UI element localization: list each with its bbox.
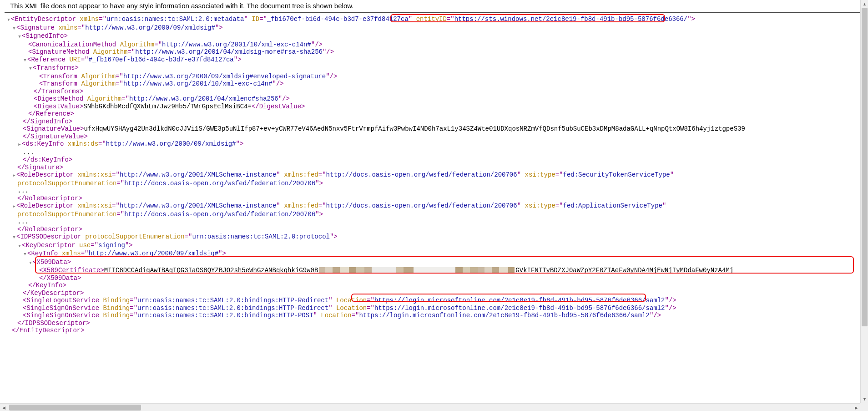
attr-entityid: entityID: [416, 15, 447, 23]
hscroll-thumb[interactable]: [9, 405, 141, 411]
tag-x509cert: <X509Certificate>: [39, 267, 104, 274]
tag-roledesc2-close: </RoleDescriptor>: [17, 226, 82, 233]
tag-dskeyinfo-close: </ds:KeyInfo>: [23, 156, 72, 163]
toggle-roledesc2[interactable]: [12, 202, 16, 211]
tag-idpsso-close: </IDPSSODescriptor>: [17, 320, 90, 327]
tag-transforms-close: </Transforms>: [34, 88, 83, 95]
toggle-roledesc1[interactable]: [12, 171, 16, 180]
toggle-entitydescriptor[interactable]: [6, 15, 11, 24]
tag-sso1: <SingleSignOnService: [23, 304, 99, 312]
tag-entitydescriptor: <EntityDescriptor: [11, 15, 76, 23]
slo-location: https://login.microsoftonline.com/2e1c8e…: [374, 297, 665, 304]
vscroll-thumb[interactable]: [862, 8, 868, 326]
tag-keyinfo: <KeyInfo: [27, 250, 58, 257]
tag-sigvalue-close: </SignatureValue>: [23, 133, 88, 140]
tag-canonmethod: <CanonicalizationMethod: [28, 41, 116, 48]
tag-sigvalue: <SignatureValue>: [23, 125, 84, 132]
toggle-dskeyinfo[interactable]: [17, 140, 22, 149]
scroll-up-icon[interactable]: ▲: [861, 0, 868, 8]
tag-reference-close: </Reference>: [28, 110, 74, 117]
toggle-signature[interactable]: [12, 24, 16, 33]
tag-roledesc2: <RoleDescriptor: [16, 202, 74, 209]
val-id: _fb1670ef-b16d-494c-b3d7-e37fd84127ca: [267, 15, 409, 23]
tag-transform2: <Transform: [39, 80, 77, 87]
tag-sso2: <SingleSignOnService: [23, 312, 99, 319]
notice-text: This XML file does not appear to have an…: [10, 2, 353, 10]
val-entityid: https://sts.windows.net/2e1c8e19-fb8d-49…: [454, 15, 687, 23]
ellipsis: ...: [17, 218, 29, 225]
sigvalue-text: ufxHqwUYSHAyg42Un3dlkdN0cJJVi1S/GWE3p5uN…: [84, 125, 745, 132]
toggle-signedinfo[interactable]: [17, 32, 22, 41]
tag-signedinfo-close: </SignedInfo>: [23, 118, 72, 125]
tag-roledesc1-close: </RoleDescriptor>: [17, 195, 82, 202]
scroll-down-icon[interactable]: ▼: [861, 395, 868, 403]
attr-id: ID: [252, 15, 259, 23]
tag-x509data-close: </X509Data>: [39, 274, 81, 282]
tag-keyinfo-close: </KeyInfo>: [28, 282, 66, 289]
redacted-block-icon: [319, 267, 515, 274]
ellipsis: ...: [17, 187, 29, 194]
toggle-idpsso[interactable]: [12, 233, 16, 242]
scroll-left-icon[interactable]: ◀: [0, 404, 8, 411]
ellipsis: ...: [23, 149, 34, 156]
scroll-right-icon[interactable]: ▶: [853, 404, 860, 411]
digestvalue-text: SNhbGKdhbMcdfQXWbLm7Jwz9Hb5/TWrGpsEclMsi…: [83, 103, 252, 110]
tag-keydesc-close: </KeyDescriptor>: [23, 289, 84, 297]
tag-reference: <Reference: [27, 56, 66, 63]
tag-signature-close: </Signature>: [17, 164, 63, 171]
xml-no-style-notice: This XML file does not appear to have an…: [5, 0, 863, 13]
tag-idpsso: <IDPSSODescriptor: [16, 233, 81, 240]
vertical-scrollbar[interactable]: ▲ ▼: [860, 0, 868, 403]
tag-sigmethod: <SignatureMethod: [28, 48, 89, 56]
x509cert-text-pre: MIIC8DCCAdigAwIBAgIQG3IaOS8QYZBJO2sh5eWh…: [104, 267, 318, 274]
tag-keydesc: <KeyDescriptor: [22, 242, 76, 249]
toggle-reference[interactable]: [23, 56, 27, 65]
toggle-keyinfo[interactable]: [23, 250, 27, 259]
tag-signature: <Signature: [16, 24, 55, 31]
toggle-transforms[interactable]: [28, 64, 33, 73]
tag-transforms: <Transforms>: [33, 64, 79, 71]
tag-transform1: <Transform: [39, 73, 77, 80]
tag-slo: <SingleLogoutService: [23, 297, 99, 304]
tag-digestvalue: <DigestValue>: [34, 103, 83, 110]
horizontal-scrollbar[interactable]: ◀ ▶: [0, 403, 860, 411]
toggle-x509data[interactable]: [28, 259, 33, 267]
tag-dskeyinfo: <ds:KeyInfo: [22, 140, 64, 147]
attr-xmlns: xmlns: [80, 15, 99, 23]
tag-x509data: <X509Data>: [33, 259, 71, 266]
tag-roledesc1: <RoleDescriptor: [16, 171, 74, 178]
scrollbar-corner: [860, 403, 868, 411]
toggle-keydesc[interactable]: [17, 242, 22, 250]
tag-entitydescriptor-close: </EntityDescriptor>: [12, 327, 85, 334]
xml-tree-view[interactable]: <EntityDescriptor xmlns="urn:oasis:names…: [0, 14, 860, 403]
tag-digestmethod: <DigestMethod: [34, 95, 83, 102]
val-xmlns: urn:oasis:names:tc:SAML:2.0:metadata: [106, 15, 244, 23]
tag-signedinfo: <SignedInfo>: [22, 32, 68, 40]
x509cert-text-post: GVkIFNTTyBDZXJ0aWZpY2F0ZTAeFw0yNDA4MjEwN…: [515, 267, 733, 274]
